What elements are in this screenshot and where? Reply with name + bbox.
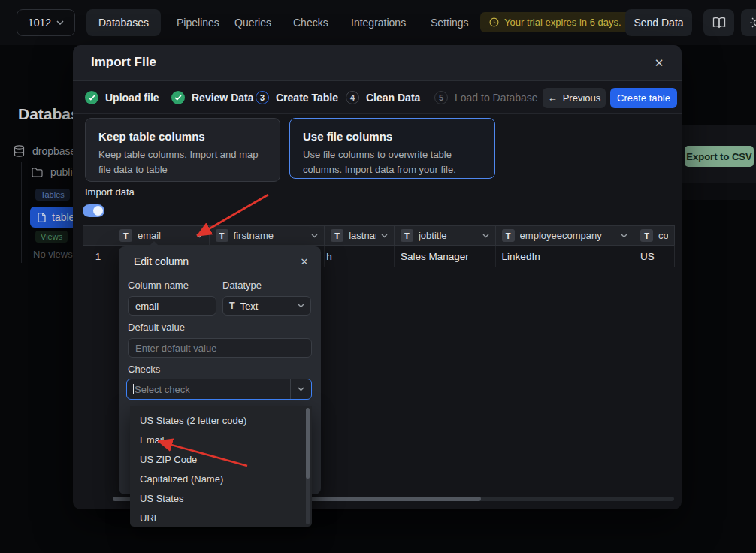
theme-toggle-button[interactable] bbox=[741, 9, 756, 36]
chevron-down-icon[interactable] bbox=[381, 234, 388, 238]
text-type-icon: T bbox=[502, 229, 515, 242]
column-name-input[interactable] bbox=[129, 301, 216, 312]
nav-label: Settings bbox=[431, 17, 469, 29]
workspace-selector[interactable]: 1012 bbox=[17, 9, 75, 36]
close-icon[interactable]: ✕ bbox=[297, 254, 312, 269]
import-data-label: Import data bbox=[85, 186, 135, 198]
column-name-label: Column name bbox=[128, 280, 189, 291]
nav-tab-settings[interactable]: Settings bbox=[419, 9, 481, 36]
cell-jobtitle[interactable]: Sales Manager bbox=[395, 246, 496, 267]
previous-button[interactable]: ← Previous bbox=[543, 88, 606, 108]
send-data-button[interactable]: Send Data bbox=[625, 9, 692, 36]
text-type-icon: T bbox=[229, 301, 235, 311]
step-label: Create Table bbox=[276, 92, 338, 104]
step-number-circle: 5 bbox=[434, 91, 448, 104]
chevron-down-icon[interactable] bbox=[621, 234, 627, 238]
chevron-down-icon[interactable] bbox=[196, 234, 203, 238]
step-label: Upload file bbox=[105, 92, 159, 104]
default-value-field bbox=[128, 338, 312, 358]
cell-co[interactable]: US bbox=[634, 246, 674, 267]
chevron-down-icon[interactable] bbox=[482, 234, 489, 238]
no-views-text: No views bbox=[33, 249, 73, 260]
import-data-toggle[interactable] bbox=[83, 204, 104, 217]
chevron-down-icon[interactable] bbox=[290, 379, 311, 399]
column-header-email[interactable]: T email bbox=[113, 226, 210, 245]
dropdown-option-email[interactable]: Email bbox=[130, 430, 312, 449]
workspace-label: 1012 bbox=[28, 17, 51, 29]
sidebar-item-schema[interactable]: public bbox=[32, 166, 78, 178]
popup-title: Edit column bbox=[134, 255, 189, 267]
table-header-row: T email T firstname T lastname T jobtitl… bbox=[83, 225, 675, 245]
sun-icon bbox=[750, 16, 756, 29]
card-title: Keep table columns bbox=[98, 130, 267, 143]
wizard-steps-bar: Upload file Review Data 3 Create Table 4… bbox=[73, 81, 682, 114]
card-description: Keep table columns. Import and map file … bbox=[98, 147, 267, 177]
views-section-badge: Views bbox=[35, 231, 68, 243]
check-circle-icon bbox=[171, 91, 185, 104]
option-card-keep-table-columns[interactable]: Keep table columns Keep table columns. I… bbox=[85, 118, 280, 182]
text-type-icon: T bbox=[331, 229, 343, 242]
chevron-down-icon[interactable] bbox=[311, 234, 318, 238]
step-number-circle: 4 bbox=[346, 91, 359, 104]
text-type-icon: T bbox=[119, 229, 132, 242]
step-create-table: 3 Create Table bbox=[256, 81, 338, 114]
nav-tab-pipelines[interactable]: Pipelines bbox=[165, 9, 231, 36]
nav-label: Queries bbox=[234, 17, 271, 29]
datatype-select[interactable]: T Text bbox=[222, 296, 311, 316]
column-header-co[interactable]: T co bbox=[634, 226, 674, 245]
step-label: Load to Database bbox=[455, 92, 538, 104]
dropdown-scrollbar-thumb[interactable] bbox=[306, 408, 310, 479]
create-table-button[interactable]: Create table bbox=[610, 88, 677, 108]
column-name: employeecompany bbox=[520, 230, 616, 241]
step-load-to-database: 5 Load to Database bbox=[434, 81, 538, 114]
step-clean-data: 4 Clean Data bbox=[346, 81, 420, 114]
nav-tab-databases[interactable]: Databases bbox=[86, 9, 161, 36]
sidebar-item-table-selected[interactable]: table bbox=[30, 207, 75, 228]
close-icon[interactable]: ✕ bbox=[650, 54, 668, 72]
column-header-lastname[interactable]: T lastname bbox=[325, 226, 395, 245]
nav-label: Pipelines bbox=[177, 17, 219, 29]
column-header-employeecompany[interactable]: T employeecompany bbox=[496, 226, 635, 245]
docs-button[interactable] bbox=[703, 9, 734, 36]
dropdown-option-us-zip-code[interactable]: US ZIP Code bbox=[130, 449, 312, 469]
dropdown-option-url[interactable]: URL bbox=[130, 508, 312, 527]
nav-tab-queries[interactable]: Queries bbox=[222, 9, 283, 36]
nav-tab-checks[interactable]: Checks bbox=[281, 9, 340, 36]
top-navbar: 1012 Databases Pipelines Queries Checks … bbox=[0, 0, 756, 45]
option-card-use-file-columns[interactable]: Use file columns Use file columns to ove… bbox=[289, 118, 495, 179]
step-label: Clean Data bbox=[366, 92, 420, 104]
export-to-csv-button[interactable]: Export to CSV bbox=[685, 146, 754, 167]
card-title: Use file columns bbox=[303, 130, 482, 143]
nav-label: Integrations bbox=[351, 17, 406, 29]
step-upload-file: Upload file bbox=[85, 81, 159, 114]
row-number-cell: 1 bbox=[83, 246, 113, 267]
book-icon bbox=[712, 17, 726, 29]
card-description: Use file columns to overwrite table colu… bbox=[303, 147, 482, 177]
text-cursor bbox=[133, 384, 134, 394]
column-name: firstname bbox=[234, 230, 307, 241]
arrow-left-icon: ← bbox=[548, 92, 558, 104]
table-name: table bbox=[52, 211, 74, 223]
step-number-circle: 3 bbox=[256, 91, 269, 104]
dropdown-option-us-states-2-letter[interactable]: US States (2 letter code) bbox=[130, 410, 312, 430]
default-value-input[interactable] bbox=[129, 343, 311, 354]
previous-label: Previous bbox=[563, 92, 601, 104]
nav-tab-integrations[interactable]: Integrations bbox=[339, 9, 418, 36]
chevron-down-icon bbox=[56, 20, 64, 25]
checks-label: Checks bbox=[128, 364, 160, 375]
trial-expiry-badge: Your trial expires in 6 days. bbox=[480, 12, 631, 32]
clock-icon bbox=[489, 17, 499, 27]
dropdown-option-capitalized-name[interactable]: Capitalized (Name) bbox=[130, 469, 312, 488]
app-window: 1012 Databases Pipelines Queries Checks … bbox=[0, 0, 756, 553]
datatype-value: Text bbox=[240, 301, 259, 312]
trial-expiry-text: Your trial expires in 6 days. bbox=[504, 17, 621, 28]
cell-lastname[interactable]: h bbox=[325, 246, 395, 267]
column-header-firstname[interactable]: T firstname bbox=[210, 226, 325, 245]
modal-title: Import File bbox=[91, 55, 156, 70]
check-select[interactable]: Select check bbox=[126, 379, 312, 400]
cell-employeecompany[interactable]: LinkedIn bbox=[496, 246, 635, 267]
column-header-jobtitle[interactable]: T jobtitle bbox=[395, 226, 496, 245]
datatype-label: Datatype bbox=[222, 280, 262, 291]
text-type-icon: T bbox=[640, 229, 653, 242]
dropdown-option-us-states[interactable]: US States bbox=[130, 488, 312, 508]
